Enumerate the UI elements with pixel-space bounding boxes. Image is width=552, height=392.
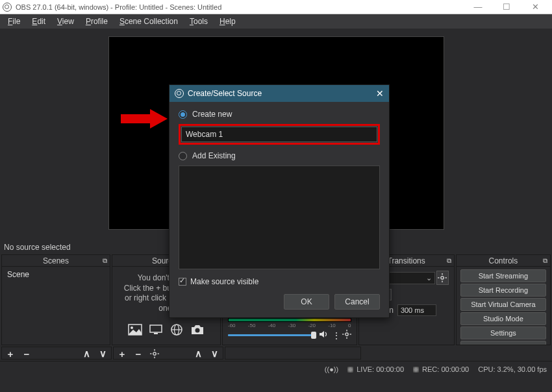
menu-scene-collection[interactable]: Scene Collection	[114, 16, 183, 27]
menu-edit[interactable]: Edit	[27, 16, 51, 27]
scene-remove-button[interactable]: −	[19, 348, 34, 360]
live-status: LIVE: 00:00:00	[357, 365, 404, 373]
studio-mode-button[interactable]: Studio Mode	[460, 312, 546, 325]
scene-add-button[interactable]: +	[3, 348, 18, 360]
scene-down-button[interactable]: ∨	[95, 348, 110, 360]
make-visible-label: Make source visible	[190, 277, 258, 286]
scenes-panel: Scenes⧉ Scene	[1, 254, 110, 345]
svg-rect-2	[150, 325, 162, 332]
gear-icon[interactable]	[342, 330, 351, 341]
duration-input[interactable]: 300 ms	[397, 304, 436, 316]
scene-up-button[interactable]: ∧	[79, 348, 94, 360]
menu-view[interactable]: View	[52, 16, 79, 27]
menu-file[interactable]: File	[3, 16, 25, 27]
cpu-status: CPU: 3.2%, 30.00 fps	[478, 365, 547, 373]
transitions-title: Transitions	[388, 256, 425, 265]
scene-item[interactable]: Scene	[3, 268, 108, 281]
obs-logo-icon	[175, 89, 184, 98]
ok-button[interactable]: OK	[284, 294, 329, 310]
camera-source-icon	[189, 323, 206, 337]
source-settings-button[interactable]	[147, 348, 162, 360]
source-add-button[interactable]: +	[114, 348, 130, 360]
dialog-titlebar: Create/Select Source ✕	[169, 85, 389, 102]
start-virtual-camera-button[interactable]: Start Virtual Camera	[460, 298, 546, 311]
browser-source-icon	[168, 323, 185, 337]
broadcast-icon: ((●))	[325, 365, 338, 373]
svg-point-27	[153, 352, 156, 355]
speaker-icon[interactable]	[319, 330, 329, 340]
window-title: OBS 27.0.1 (64-bit, windows) - Profile: …	[16, 3, 464, 11]
live-led-icon	[347, 367, 353, 373]
status-bar: ((●)) LIVE: 00:00:00 REC: 00:00:00 CPU: …	[0, 361, 552, 376]
undock-icon[interactable]: ⧉	[447, 257, 451, 265]
create-new-radio[interactable]	[179, 110, 187, 119]
add-existing-label: Add Existing	[192, 151, 236, 160]
mic-meter	[228, 318, 351, 322]
chevron-down-icon: ⌄	[426, 274, 432, 282]
undock-icon[interactable]: ⧉	[103, 257, 107, 265]
menu-help[interactable]: Help	[214, 16, 241, 27]
more-icon[interactable]: ⋮	[332, 330, 340, 341]
meter-ticks: -60-50-40-30-20-100	[228, 323, 351, 328]
menubar: File Edit View Profile Scene Collection …	[0, 14, 552, 29]
add-existing-radio[interactable]	[179, 152, 187, 160]
maximize-button[interactable]: ☐	[492, 1, 521, 14]
source-down-button[interactable]: ∨	[207, 348, 222, 360]
source-name-highlight	[179, 124, 380, 145]
source-type-icons	[114, 323, 219, 337]
undock-icon[interactable]: ⧉	[543, 257, 547, 265]
settings-button[interactable]: Settings	[460, 326, 546, 339]
mic-volume-slider[interactable]	[228, 334, 316, 336]
close-button[interactable]: ✕	[521, 1, 549, 14]
create-source-dialog: Create/Select Source ✕ Create new Add Ex…	[169, 84, 390, 318]
minimize-button[interactable]: —	[464, 1, 492, 14]
rec-led-icon	[413, 367, 419, 373]
transition-settings-button[interactable]	[436, 271, 449, 285]
controls-panel: Controls⧉ Start Streaming Start Recordin…	[456, 254, 551, 345]
annotation-arrow	[121, 109, 168, 130]
start-streaming-button[interactable]: Start Streaming	[460, 269, 546, 282]
image-source-icon	[127, 323, 144, 337]
svg-point-22	[441, 276, 444, 279]
cancel-button[interactable]: Cancel	[334, 294, 380, 310]
panel-toolbars: + − ∧ ∨ + − ∧ ∨	[0, 345, 552, 361]
rec-status: REC: 00:00:00	[422, 365, 469, 373]
menu-profile[interactable]: Profile	[81, 16, 113, 27]
create-new-label: Create new	[192, 110, 232, 119]
dialog-close-button[interactable]: ✕	[376, 88, 384, 99]
source-name-input[interactable]	[181, 127, 377, 142]
make-visible-checkbox[interactable]	[179, 278, 186, 286]
source-remove-button[interactable]: −	[131, 348, 146, 360]
window-titlebar: OBS 27.0.1 (64-bit, windows) - Profile: …	[0, 0, 552, 14]
scenes-title: Scenes	[43, 256, 69, 265]
dialog-title: Create/Select Source	[188, 89, 262, 98]
svg-point-7	[195, 328, 200, 333]
svg-point-17	[345, 333, 347, 336]
start-recording-button[interactable]: Start Recording	[460, 284, 546, 297]
display-source-icon	[147, 323, 164, 337]
obs-logo-icon	[3, 3, 12, 12]
exit-button[interactable]: Exit	[460, 341, 546, 345]
menu-tools[interactable]: Tools	[184, 16, 213, 27]
source-up-button[interactable]: ∧	[190, 348, 206, 360]
svg-rect-3	[154, 333, 158, 334]
existing-sources-list[interactable]	[179, 165, 380, 269]
svg-point-1	[131, 326, 133, 329]
controls-title: Controls	[489, 256, 518, 265]
